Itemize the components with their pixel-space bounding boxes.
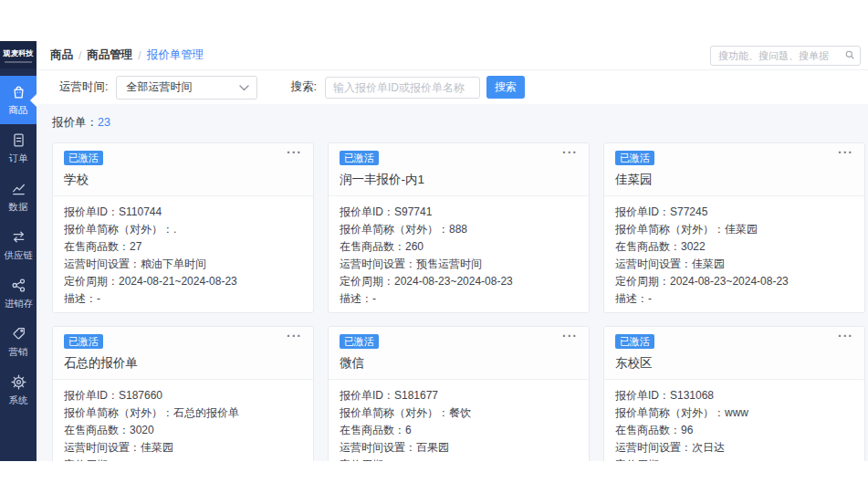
more-actions-icon[interactable]: ··· xyxy=(562,145,578,160)
sidebar-nav: 商品 订单 数据 xyxy=(0,76,37,415)
field-label: 报价单简称（对外）： xyxy=(340,223,449,236)
field-value: 3022 xyxy=(681,240,706,253)
more-actions-icon[interactable]: ··· xyxy=(562,329,578,343)
field-label: 在售商品数： xyxy=(615,240,681,253)
operation-time-value: 全部运营时间 xyxy=(126,79,239,95)
field-value: - xyxy=(119,458,122,461)
card-field-row: 描述：- xyxy=(615,290,853,308)
field-label: 报价单ID： xyxy=(615,389,670,402)
status-badge: 已激活 xyxy=(340,151,379,165)
quote-card[interactable]: 已激活 ··· 微信 报价单ID：S181677报价单简称（对外）：餐饮在售商品… xyxy=(328,326,590,461)
sidebar-item-marketing[interactable]: 营销 xyxy=(0,318,37,366)
field-value: - xyxy=(97,292,100,305)
field-value: 佳菜园 xyxy=(692,257,725,270)
card-header: 已激活 ··· 佳菜园 xyxy=(604,143,864,196)
gear-icon xyxy=(10,373,27,391)
card-field-row: 定价周期：- xyxy=(64,457,302,461)
quote-card[interactable]: 已激活 ··· 润一丰报价-内1 报价单ID：S97741报价单简称（对外）：8… xyxy=(328,142,590,313)
quote-card[interactable]: 已激活 ··· 石总的报价单 报价单ID：S187660报价单简称（对外）：石总… xyxy=(52,326,314,461)
card-field-row: 报价单ID：S97741 xyxy=(340,204,578,221)
field-value: 2024-08-21~2024-08-23 xyxy=(119,275,237,288)
main-area: 商品 / 商品管理 / 报价单管理 运营时间: 全部运营时间 xyxy=(37,41,868,461)
order-icon xyxy=(10,131,27,149)
sidebar: 观麦科技 商品 xyxy=(0,41,37,461)
status-badge: 已激活 xyxy=(615,334,654,349)
card-field-row: 定价周期：- xyxy=(340,457,578,461)
field-label: 定价周期： xyxy=(615,458,670,461)
field-value: 2024-08-23~2024-08-23 xyxy=(670,275,789,288)
content-area: 报价单：23 已激活 ··· 学校 报价单ID：S110744报价单简称（对外）… xyxy=(37,104,868,461)
card-field-row: 在售商品数：27 xyxy=(64,238,302,256)
field-value: . xyxy=(173,223,176,236)
search-icon[interactable] xyxy=(844,47,855,64)
card-title: 润一丰报价-内1 xyxy=(340,172,578,188)
more-actions-icon[interactable]: ··· xyxy=(838,145,853,160)
field-label: 运营时间设置： xyxy=(615,257,692,270)
brand-logo: 观麦科技 xyxy=(0,41,37,68)
quote-card[interactable]: 已激活 ··· 东校区 报价单ID：S131068报价单简称（对外）：www在售… xyxy=(603,326,865,461)
tag-icon xyxy=(10,325,27,342)
card-field-row: 描述：- xyxy=(64,290,302,308)
breadcrumb: 商品 / 商品管理 / 报价单管理 xyxy=(37,41,868,70)
field-value: 佳菜园 xyxy=(725,223,758,236)
card-field-row: 报价单简称（对外）：. xyxy=(64,221,302,238)
card-title: 东校区 xyxy=(615,355,853,372)
quote-card[interactable]: 已激活 ··· 佳菜园 报价单ID：S77245报价单简称（对外）：佳菜园在售商… xyxy=(603,142,865,313)
search-button[interactable]: 搜索 xyxy=(486,76,525,99)
sidebar-item-inventory[interactable]: 进销存 xyxy=(0,269,37,318)
breadcrumb-separator: / xyxy=(78,49,81,62)
filter-bar: 运营时间: 全部运营时间 搜索: 搜索 xyxy=(37,70,868,104)
sidebar-item-system[interactable]: 系统 xyxy=(0,366,37,415)
global-search-input[interactable] xyxy=(711,48,844,63)
card-field-row: 定价周期：- xyxy=(615,457,853,461)
sidebar-item-label: 营销 xyxy=(9,345,28,358)
field-label: 报价单简称（对外）： xyxy=(64,223,173,236)
field-label: 报价单ID： xyxy=(340,389,394,402)
field-value: 2024-08-23~2024-08-23 xyxy=(394,275,513,288)
field-value: S110744 xyxy=(119,205,162,218)
field-value: 佳菜园 xyxy=(141,441,173,454)
field-label: 运营时间设置： xyxy=(64,257,141,270)
sidebar-item-label: 进销存 xyxy=(4,297,32,310)
operation-time-select[interactable]: 全部运营时间 xyxy=(116,76,257,100)
breadcrumb-item-quote-management: 报价单管理 xyxy=(147,47,204,63)
more-actions-icon[interactable]: ··· xyxy=(838,329,853,343)
card-field-row: 描述：- xyxy=(340,290,578,308)
field-value: 石总的报价单 xyxy=(173,406,239,419)
card-field-row: 报价单ID：S77245 xyxy=(615,204,853,221)
card-body: 报价单ID：S131068报价单简称（对外）：www在售商品数：96运营时间设置… xyxy=(604,380,864,461)
card-header: 已激活 ··· 学校 xyxy=(53,143,313,196)
sidebar-item-supply-chain[interactable]: 供应链 xyxy=(0,221,37,269)
field-label: 在售商品数： xyxy=(64,240,130,253)
field-label: 报价单简称（对外）： xyxy=(615,223,725,236)
field-value: - xyxy=(670,458,674,461)
quote-count-label: 报价单： xyxy=(52,116,98,129)
field-label: 定价周期： xyxy=(340,275,394,288)
brand-name: 观麦科技 xyxy=(3,47,33,58)
field-label: 报价单简称（对外）： xyxy=(615,406,725,419)
sidebar-item-orders[interactable]: 订单 xyxy=(0,124,37,173)
card-field-row: 报价单ID：S110744 xyxy=(64,204,302,221)
quote-search-input[interactable] xyxy=(325,77,480,99)
card-field-row: 报价单ID：S131068 xyxy=(615,387,853,404)
card-field-row: 在售商品数：260 xyxy=(340,238,578,256)
card-field-row: 报价单简称（对外）：石总的报价单 xyxy=(64,404,302,422)
card-title: 微信 xyxy=(340,355,578,372)
card-header: 已激活 ··· 微信 xyxy=(329,327,589,380)
card-field-row: 定价周期：2024-08-21~2024-08-23 xyxy=(64,273,302,290)
field-value: 96 xyxy=(681,424,693,436)
more-actions-icon[interactable]: ··· xyxy=(287,145,302,160)
field-value: - xyxy=(648,292,652,305)
chevron-down-icon xyxy=(239,81,249,94)
field-value: S131068 xyxy=(670,389,714,402)
sidebar-item-data[interactable]: 数据 xyxy=(0,173,37,221)
bag-icon xyxy=(10,83,27,100)
field-label: 报价单简称（对外）： xyxy=(64,406,173,419)
breadcrumb-item-goods-management[interactable]: 商品管理 xyxy=(87,47,132,63)
card-field-row: 在售商品数：6 xyxy=(340,422,578,439)
quote-card[interactable]: 已激活 ··· 学校 报价单ID：S110744报价单简称（对外）：.在售商品数… xyxy=(52,142,314,313)
operation-time-label: 运营时间: xyxy=(59,79,108,95)
more-actions-icon[interactable]: ··· xyxy=(287,329,302,343)
breadcrumb-item-goods[interactable]: 商品 xyxy=(50,47,73,63)
card-field-row: 运营时间设置：次日达 xyxy=(615,439,853,457)
